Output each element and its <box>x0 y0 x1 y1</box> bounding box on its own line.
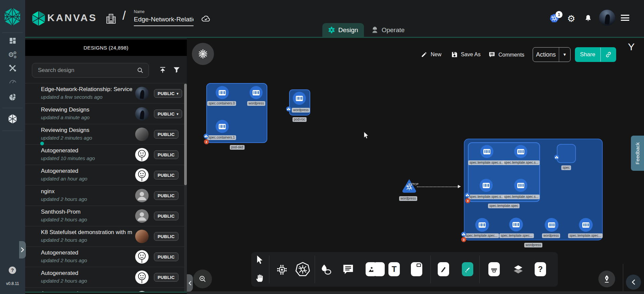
meshery-snowflake-button[interactable] <box>192 43 214 65</box>
saved-components-drawer-icon[interactable] <box>488 262 500 276</box>
node-container-spec-containers-1[interactable] <box>216 120 229 133</box>
visibility-badge[interactable]: PUBLIC▾ <box>154 150 178 159</box>
share-split-button[interactable]: Share <box>575 47 616 62</box>
visibility-badge[interactable]: PUBLIC▾ <box>154 232 178 241</box>
search-input[interactable] <box>38 67 137 74</box>
design-owner-avatar[interactable] <box>135 250 149 264</box>
pan-tool-icon[interactable] <box>255 272 265 283</box>
node-container[interactable] <box>514 179 527 192</box>
design-list-item[interactable]: Autogenerated updated 10 minutes ago PUB… <box>25 144 184 165</box>
design-list-item[interactable]: Autogenerated updated an hour ago PUBLIC… <box>25 165 184 185</box>
tab-design[interactable]: Design <box>322 23 364 37</box>
dock-pen-button[interactable] <box>598 271 615 287</box>
design-list-item[interactable]: Edge-Network-Relationship: Service updat… <box>25 83 184 103</box>
flows-y-icon[interactable]: Y <box>628 41 635 53</box>
node-container[interactable] <box>480 179 493 192</box>
visibility-badge[interactable]: PUBLIC▾ <box>154 273 178 282</box>
design-list-item[interactable]: Autogenerated <box>25 287 184 292</box>
design-owner-avatar[interactable] <box>135 87 149 100</box>
design-owner-avatar[interactable] <box>135 107 149 121</box>
design-owner-avatar[interactable] <box>135 128 149 141</box>
panel-expand-handle[interactable] <box>19 241 26 259</box>
text-tool-icon[interactable]: T <box>388 262 400 276</box>
panel-scrollbar-thumb[interactable] <box>184 84 187 185</box>
user-avatar[interactable] <box>599 10 615 26</box>
help-tool-icon[interactable]: ? <box>535 262 546 276</box>
visibility-badge[interactable]: PUBLIC▾ <box>154 212 178 220</box>
canvas-collapse-handle[interactable] <box>187 274 193 292</box>
settings-gears-icon[interactable]: ⚙⚙⚙ <box>0 50 25 59</box>
dashboard-icon[interactable] <box>0 37 25 45</box>
node-container[interactable] <box>514 145 527 158</box>
save-as-button[interactable]: Save As <box>451 51 481 58</box>
organization-icon[interactable] <box>105 13 117 25</box>
kanvas-logo-icon[interactable] <box>32 11 45 26</box>
kubernetes-tool-icon[interactable] <box>295 262 310 277</box>
visibility-badge[interactable]: PUBLIC▾ <box>154 89 182 98</box>
design-owner-avatar[interactable] <box>135 230 149 243</box>
error-count-badge[interactable]: 3 <box>461 237 466 242</box>
performance-gauge-icon[interactable] <box>0 78 25 84</box>
annotation-comment-icon[interactable] <box>342 263 355 276</box>
select-tool-icon[interactable] <box>256 255 264 265</box>
help-button[interactable]: ? <box>9 267 16 274</box>
node-container-wordpress-2[interactable] <box>293 92 306 105</box>
tab-operate[interactable]: Operate <box>367 23 409 37</box>
design-list-item[interactable]: nginx updated 2 hours ago PUBLIC▾ <box>25 185 184 206</box>
design-list-item[interactable]: Reviewing Designs updated a minute ago P… <box>25 103 184 124</box>
toolbox-icon[interactable] <box>0 64 25 72</box>
node-container[interactable] <box>475 218 489 232</box>
dock-collapse-chevron[interactable] <box>626 275 641 290</box>
actions-split-button[interactable]: Actions ▼ <box>533 47 571 62</box>
design-canvas[interactable]: New Save As Comments Actions ▼ Share Y s… <box>187 38 644 294</box>
feedback-tab[interactable]: Feedback <box>631 136 644 171</box>
design-owner-avatar[interactable] <box>135 148 149 161</box>
design-name-input[interactable] <box>134 16 194 23</box>
zoom-button[interactable] <box>193 270 212 288</box>
node-container[interactable] <box>509 218 523 231</box>
filter-funnel-icon[interactable] <box>173 66 180 74</box>
kanvas-hexagon-icon[interactable] <box>0 114 25 124</box>
visibility-badge[interactable]: PUBLIC▾ <box>154 109 182 118</box>
shapes-tool-icon[interactable] <box>320 263 332 276</box>
visibility-badge[interactable]: PUBLIC▾ <box>154 191 178 200</box>
meshery-logo[interactable] <box>5 7 20 26</box>
node-spec-template-spec[interactable] <box>468 142 540 202</box>
design-owner-avatar[interactable] <box>135 189 149 202</box>
notifications-bell-icon[interactable] <box>584 14 592 23</box>
horizontal-scrollbar[interactable] <box>187 291 644 294</box>
node-container[interactable] <box>480 145 493 158</box>
design-list-item[interactable]: Autogenerated updated 2 hours ago PUBLIC… <box>25 246 184 267</box>
design-list-item[interactable]: K8 Statefulset demonstration with mo upd… <box>25 226 184 246</box>
note-tool-icon[interactable] <box>411 262 422 276</box>
visibility-badge[interactable]: PUBLIC▾ <box>154 252 178 261</box>
freehand-draw-icon[interactable] <box>462 262 473 276</box>
actions-caret[interactable]: ▼ <box>559 52 570 57</box>
components-circuit-icon[interactable] <box>276 264 288 276</box>
node-container[interactable] <box>579 218 593 232</box>
comments-button[interactable]: Comments <box>488 51 524 58</box>
edge-network[interactable] <box>417 187 459 187</box>
visibility-badge[interactable]: PUBLIC▾ <box>154 130 178 139</box>
error-count-badge[interactable]: 3 <box>465 198 470 203</box>
node-spec[interactable] <box>557 144 576 163</box>
settings-gear-icon[interactable]: ⚙ <box>567 13 575 24</box>
import-design-icon[interactable] <box>159 66 166 74</box>
design-owner-avatar[interactable] <box>135 209 149 223</box>
design-list-item[interactable]: Reviewing Designs updated 2 minutes ago … <box>25 124 184 144</box>
brand-wordmark[interactable]: KANVAS <box>47 12 97 23</box>
design-list-item[interactable]: Autogenerated updated 2 hours ago PUBLIC… <box>25 267 184 287</box>
node-container-spec-containers-0[interactable] <box>216 86 229 99</box>
new-button[interactable]: New <box>421 51 441 58</box>
copy-link-icon[interactable] <box>601 51 616 58</box>
node-container-wordpress[interactable] <box>250 86 263 99</box>
error-count-badge[interactable]: 2 <box>204 139 209 144</box>
design-owner-avatar[interactable] <box>135 168 149 182</box>
design-list-item[interactable]: Santhosh-Prom updated 2 hours ago PUBLIC… <box>25 206 184 226</box>
visibility-badge[interactable]: PUBLIC▾ <box>154 171 178 179</box>
analytics-pie-icon[interactable] <box>0 93 25 101</box>
design-owner-avatar[interactable] <box>135 271 149 284</box>
menu-hamburger-icon[interactable] <box>621 15 629 21</box>
pen-tool-icon[interactable] <box>438 262 449 276</box>
node-container[interactable] <box>545 218 558 232</box>
